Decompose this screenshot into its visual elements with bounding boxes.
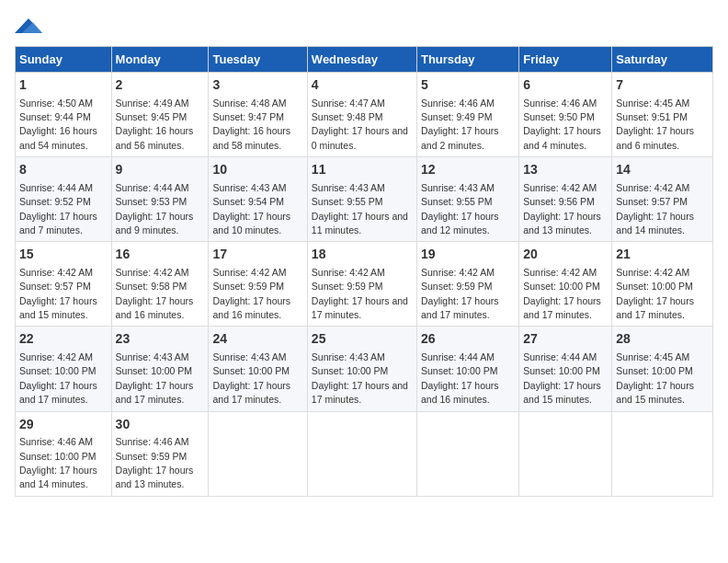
header-wednesday: Wednesday (307, 47, 416, 73)
day-info: Sunrise: 4:42 AMSunset: 10:00 PMDaylight… (616, 267, 694, 320)
day-info: Sunrise: 4:46 AMSunset: 10:00 PMDaylight… (19, 436, 97, 489)
day-cell: 9 Sunrise: 4:44 AMSunset: 9:53 PMDayligh… (111, 157, 209, 242)
day-info: Sunrise: 4:49 AMSunset: 9:45 PMDaylight:… (116, 98, 194, 151)
day-info: Sunrise: 4:42 AMSunset: 10:00 PMDaylight… (523, 267, 601, 320)
day-cell: 12 Sunrise: 4:43 AMSunset: 9:55 PMDaylig… (416, 157, 518, 242)
day-number: 30 (116, 416, 205, 434)
day-cell: 1 Sunrise: 4:50 AMSunset: 9:44 PMDayligh… (16, 73, 112, 157)
day-cell: 28 Sunrise: 4:45 AMSunset: 10:00 PMDayli… (612, 327, 713, 411)
day-cell (209, 411, 307, 496)
day-cell: 24 Sunrise: 4:43 AMSunset: 10:00 PMDayli… (209, 327, 307, 411)
page-header (15, 15, 713, 37)
day-info: Sunrise: 4:44 AMSunset: 10:00 PMDaylight… (421, 351, 499, 405)
day-cell: 13 Sunrise: 4:42 AMSunset: 9:56 PMDaylig… (519, 157, 612, 242)
day-number: 21 (616, 246, 709, 264)
day-cell (612, 411, 713, 496)
day-info: Sunrise: 4:42 AMSunset: 9:59 PMDaylight:… (212, 267, 290, 320)
day-cell (416, 411, 518, 496)
day-number: 28 (616, 330, 709, 349)
day-number: 15 (19, 246, 108, 264)
day-info: Sunrise: 4:44 AMSunset: 10:00 PMDaylight… (523, 351, 601, 405)
day-cell: 4 Sunrise: 4:47 AMSunset: 9:48 PMDayligh… (307, 73, 416, 157)
logo (15, 15, 46, 37)
day-info: Sunrise: 4:44 AMSunset: 9:53 PMDaylight:… (116, 182, 194, 236)
header-row: SundayMondayTuesdayWednesdayThursdayFrid… (16, 47, 713, 73)
day-number: 22 (19, 330, 108, 349)
day-number: 10 (212, 161, 302, 179)
day-cell: 16 Sunrise: 4:42 AMSunset: 9:58 PMDaylig… (111, 242, 209, 327)
week-row-1: 8 Sunrise: 4:44 AMSunset: 9:52 PMDayligh… (16, 157, 713, 242)
day-number: 7 (616, 76, 709, 95)
day-info: Sunrise: 4:42 AMSunset: 9:56 PMDaylight:… (523, 182, 601, 236)
day-info: Sunrise: 4:50 AMSunset: 9:44 PMDaylight:… (19, 98, 97, 151)
day-cell: 19 Sunrise: 4:42 AMSunset: 9:59 PMDaylig… (416, 242, 518, 327)
day-cell: 18 Sunrise: 4:42 AMSunset: 9:59 PMDaylig… (307, 242, 416, 327)
day-number: 8 (19, 161, 108, 179)
day-info: Sunrise: 4:42 AMSunset: 9:57 PMDaylight:… (19, 267, 97, 320)
day-number: 16 (116, 246, 205, 264)
day-cell: 21 Sunrise: 4:42 AMSunset: 10:00 PMDayli… (612, 242, 713, 327)
day-info: Sunrise: 4:46 AMSunset: 9:50 PMDaylight:… (523, 98, 601, 151)
day-info: Sunrise: 4:45 AMSunset: 9:51 PMDaylight:… (616, 98, 694, 151)
day-number: 3 (212, 76, 302, 95)
day-info: Sunrise: 4:42 AMSunset: 9:59 PMDaylight:… (312, 267, 408, 320)
day-number: 20 (523, 246, 608, 264)
week-row-2: 15 Sunrise: 4:42 AMSunset: 9:57 PMDaylig… (16, 242, 713, 327)
week-row-0: 1 Sunrise: 4:50 AMSunset: 9:44 PMDayligh… (16, 73, 713, 157)
day-info: Sunrise: 4:42 AMSunset: 9:58 PMDaylight:… (116, 267, 194, 320)
day-info: Sunrise: 4:42 AMSunset: 10:00 PMDaylight… (19, 351, 97, 405)
day-number: 4 (312, 76, 413, 95)
calendar-table: SundayMondayTuesdayWednesdayThursdayFrid… (15, 46, 713, 497)
week-row-4: 29 Sunrise: 4:46 AMSunset: 10:00 PMDayli… (16, 411, 713, 496)
header-monday: Monday (111, 47, 209, 73)
day-cell: 20 Sunrise: 4:42 AMSunset: 10:00 PMDayli… (519, 242, 612, 327)
day-cell: 8 Sunrise: 4:44 AMSunset: 9:52 PMDayligh… (16, 157, 112, 242)
day-number: 24 (212, 330, 302, 349)
day-number: 13 (523, 161, 608, 179)
day-cell: 23 Sunrise: 4:43 AMSunset: 10:00 PMDayli… (111, 327, 209, 411)
day-number: 23 (116, 330, 205, 349)
day-cell: 14 Sunrise: 4:42 AMSunset: 9:57 PMDaylig… (612, 157, 713, 242)
day-info: Sunrise: 4:42 AMSunset: 9:57 PMDaylight:… (616, 182, 694, 236)
header-friday: Friday (519, 47, 612, 73)
day-cell: 7 Sunrise: 4:45 AMSunset: 9:51 PMDayligh… (612, 73, 713, 157)
day-cell (519, 411, 612, 496)
day-cell: 22 Sunrise: 4:42 AMSunset: 10:00 PMDayli… (16, 327, 112, 411)
header-thursday: Thursday (416, 47, 518, 73)
day-number: 19 (421, 246, 515, 264)
day-number: 9 (116, 161, 205, 179)
day-cell (307, 411, 416, 496)
day-number: 27 (523, 330, 608, 349)
header-tuesday: Tuesday (209, 47, 307, 73)
day-number: 5 (421, 76, 515, 95)
day-cell: 26 Sunrise: 4:44 AMSunset: 10:00 PMDayli… (416, 327, 518, 411)
day-cell: 6 Sunrise: 4:46 AMSunset: 9:50 PMDayligh… (519, 73, 612, 157)
day-number: 26 (421, 330, 515, 349)
day-info: Sunrise: 4:45 AMSunset: 10:00 PMDaylight… (616, 351, 694, 405)
day-cell: 2 Sunrise: 4:49 AMSunset: 9:45 PMDayligh… (111, 73, 209, 157)
day-info: Sunrise: 4:43 AMSunset: 9:55 PMDaylight:… (421, 182, 499, 236)
day-cell: 27 Sunrise: 4:44 AMSunset: 10:00 PMDayli… (519, 327, 612, 411)
day-info: Sunrise: 4:43 AMSunset: 9:54 PMDaylight:… (212, 182, 290, 236)
day-number: 29 (19, 416, 108, 434)
day-number: 25 (312, 330, 413, 349)
day-cell: 15 Sunrise: 4:42 AMSunset: 9:57 PMDaylig… (16, 242, 112, 327)
day-info: Sunrise: 4:47 AMSunset: 9:48 PMDaylight:… (312, 98, 408, 151)
day-info: Sunrise: 4:42 AMSunset: 9:59 PMDaylight:… (421, 267, 499, 320)
day-number: 18 (312, 246, 413, 264)
day-cell: 5 Sunrise: 4:46 AMSunset: 9:49 PMDayligh… (416, 73, 518, 157)
day-number: 6 (523, 76, 608, 95)
day-number: 1 (19, 76, 108, 95)
header-sunday: Sunday (16, 47, 112, 73)
day-info: Sunrise: 4:46 AMSunset: 9:49 PMDaylight:… (421, 98, 499, 151)
day-cell: 25 Sunrise: 4:43 AMSunset: 10:00 PMDayli… (307, 327, 416, 411)
day-info: Sunrise: 4:43 AMSunset: 9:55 PMDaylight:… (312, 182, 408, 236)
day-info: Sunrise: 4:43 AMSunset: 10:00 PMDaylight… (212, 351, 290, 405)
day-info: Sunrise: 4:44 AMSunset: 9:52 PMDaylight:… (19, 182, 97, 236)
day-number: 12 (421, 161, 515, 179)
day-info: Sunrise: 4:46 AMSunset: 9:59 PMDaylight:… (116, 436, 194, 489)
day-info: Sunrise: 4:43 AMSunset: 10:00 PMDaylight… (312, 351, 408, 405)
day-cell: 29 Sunrise: 4:46 AMSunset: 10:00 PMDayli… (16, 411, 112, 496)
day-cell: 17 Sunrise: 4:42 AMSunset: 9:59 PMDaylig… (209, 242, 307, 327)
header-saturday: Saturday (612, 47, 713, 73)
